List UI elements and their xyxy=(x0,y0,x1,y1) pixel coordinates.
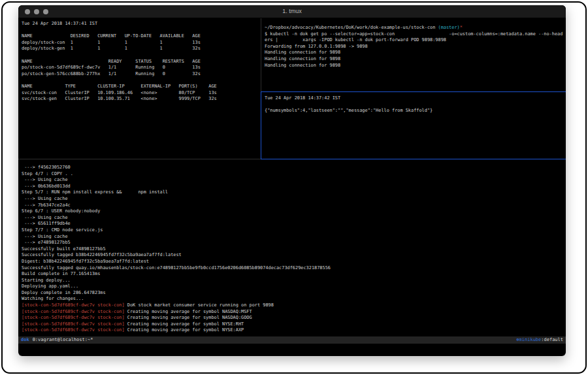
log-message: Creating moving average for symbol NASDA… xyxy=(125,309,252,314)
window-label[interactable]: 0:vagrant@localhost:~* xyxy=(33,336,93,344)
title-bar[interactable]: 1. tmux xyxy=(18,5,566,18)
log-message: Creating moving average for symbol NYSE:… xyxy=(125,327,244,333)
pane-divider-horizontal-active-bottom xyxy=(261,159,566,159)
cwd-path: ~/Dropbox/advocacy/Kubernetes/DoK/work/d… xyxy=(265,25,438,30)
pane-divider-vertical-inactive xyxy=(261,18,261,91)
curl-output: Tue 24 Apr 2018 14:37:42 IST {"numsymbol… xyxy=(265,95,564,114)
pane-divider-vertical-active xyxy=(261,91,261,159)
consumer-log-line: [stock-con-5d7df689cf-dwc7v stock-con] C… xyxy=(22,309,564,316)
shell-prompt-line: ~/Dropbox/advocacy/Kubernetes/DoK/work/d… xyxy=(265,25,564,31)
window-title: 1. tmux xyxy=(18,8,566,14)
pane-skaffold-log[interactable]: ---> f45623052760 Step 4/7 : COPY . . --… xyxy=(22,165,564,334)
consumer-log-line: [stock-con-5d7df689cf-dwc7v stock-con] C… xyxy=(22,315,564,321)
pod-prefix: [stock-con-5d7df689cf-dwc7v stock-con] xyxy=(22,315,125,320)
tmux-status-bar: dok0:vagrant@localhost:~* ⊛minikube:defa… xyxy=(18,336,566,344)
pod-prefix: [stock-con-5d7df689cf-dwc7v stock-con] xyxy=(22,321,125,327)
docker-build-output: ---> f45623052760 Step 4/7 : COPY . . --… xyxy=(22,165,564,302)
kube-namespace: :default xyxy=(541,336,563,344)
log-message: DoK stock market consumer service runnin… xyxy=(125,302,274,308)
log-message: Creating moving average for symbol NASDA… xyxy=(125,315,252,320)
tmux-session: Tue 24 Apr 2018 14:37:41 IST NAME DESIRE… xyxy=(18,18,566,356)
pane-curl-output[interactable]: Tue 24 Apr 2018 14:37:42 IST {"numsymbol… xyxy=(265,95,564,114)
git-dirty-marker: * xyxy=(460,25,463,30)
pane-divider-horizontal-inactive xyxy=(18,159,261,159)
log-message: Creating moving average for symbol NYSE:… xyxy=(125,321,244,327)
pod-prefix: [stock-con-5d7df689cf-dwc7v stock-con] xyxy=(22,309,125,314)
consumer-log-line: [stock-con-5d7df689cf-dwc7v stock-con] D… xyxy=(22,302,564,309)
port-forward-output: $ kubectl -n dok get po --selector=app=s… xyxy=(265,31,564,69)
session-name[interactable]: dok xyxy=(21,336,29,344)
pod-prefix: [stock-con-5d7df689cf-dwc7v stock-con] xyxy=(22,327,125,333)
kube-context: minikube xyxy=(519,336,542,344)
pod-prefix: [stock-con-5d7df689cf-dwc7v stock-con] xyxy=(22,302,125,308)
git-branch: (master) xyxy=(438,25,460,30)
status-bar-spacer xyxy=(93,336,516,344)
consumer-log-line: [stock-con-5d7df689cf-dwc7v stock-con] C… xyxy=(22,327,564,334)
pane-divider-horizontal-active-top xyxy=(261,91,566,92)
consumer-log-line: [stock-con-5d7df689cf-dwc7v stock-con] C… xyxy=(22,321,564,328)
pane-kubectl-watch[interactable]: Tue 24 Apr 2018 14:37:41 IST NAME DESIRE… xyxy=(22,21,258,103)
pane-port-forward[interactable]: ~/Dropbox/advocacy/Kubernetes/DoK/work/d… xyxy=(265,25,564,69)
terminal-window: 1. tmux Tue 24 Apr 2018 14:37:41 IST NAM… xyxy=(18,5,566,356)
